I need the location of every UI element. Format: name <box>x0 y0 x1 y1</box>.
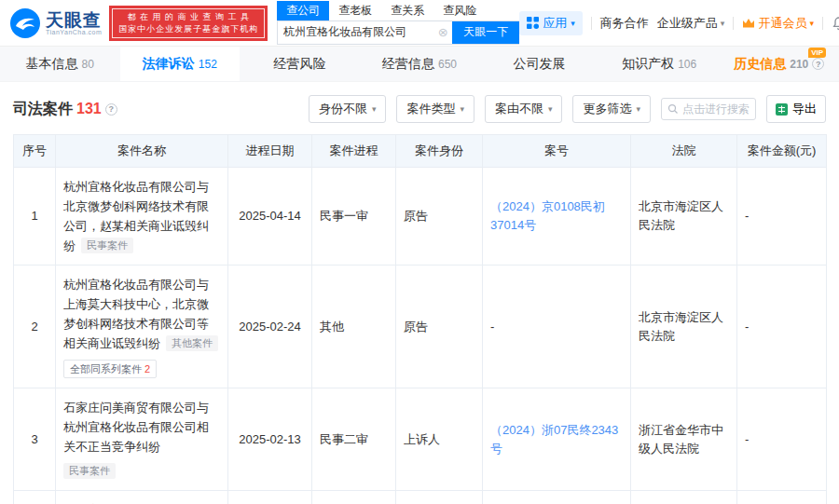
clear-icon[interactable]: ⊗ <box>433 21 452 44</box>
case-number-cell: - <box>483 491 631 504</box>
help-icon[interactable]: ? <box>812 58 824 70</box>
series-label: 全部同系列案件 <box>70 361 142 377</box>
case-tag: 民事案件 <box>81 238 133 253</box>
case-index: 2 <box>14 266 56 388</box>
tab-legal-cases[interactable]: 法律诉讼 152 <box>120 47 241 81</box>
caret-down-icon: ▾ <box>548 104 553 114</box>
biz-coop-link[interactable]: 商务合作 <box>600 15 649 32</box>
case-tag: 其他案件 <box>166 335 218 351</box>
tab-basic-info[interactable]: 基本信息 80 <box>0 47 120 81</box>
case-role: 原告 <box>396 266 483 388</box>
filter-label: 更多筛选 <box>583 101 631 117</box>
search-button[interactable]: 天眼一下 <box>452 21 519 44</box>
apps-menu[interactable]: 应用 ▾ <box>519 11 583 35</box>
crown-icon <box>742 18 755 29</box>
court: 北京市海淀区人民法院 <box>631 168 737 266</box>
series-badge[interactable]: 全部同系列案件2 <box>63 360 157 378</box>
tab-count: 106 <box>678 58 696 71</box>
case-progress: 民事一审 <box>312 168 396 266</box>
case-role: 原告 <box>396 168 483 266</box>
case-role: 原告 <box>396 491 483 504</box>
case-search-input[interactable] <box>682 102 750 116</box>
export-button[interactable]: 导出 <box>766 95 826 123</box>
case-amount: - <box>737 266 827 388</box>
company-tabbar: 基本信息 80 法律诉讼 152 经营风险 经营信息 650 公司发展 知识产权… <box>0 47 839 82</box>
section-title: 司法案件 131 ? <box>13 100 117 119</box>
filter-cause[interactable]: 案由不限 ▾ <box>485 95 563 123</box>
vip-label: 开通会员 <box>758 15 806 32</box>
case-amount: - <box>737 491 827 504</box>
filter-identity[interactable]: 身份不限 ▾ <box>309 95 387 123</box>
section-title-text: 司法案件 <box>13 100 73 119</box>
progress-date: 2024-12-06 <box>228 491 312 504</box>
tianyancha-logo-icon <box>9 7 41 39</box>
tab-label: 历史信息 <box>734 56 786 73</box>
tab-count: 80 <box>82 58 94 71</box>
search-tab-boss[interactable]: 查老板 <box>329 1 381 20</box>
brand-domain: TianYanCha.com <box>46 29 102 35</box>
tab-count: 152 <box>199 58 217 71</box>
col-header-caseno: 案号 <box>483 135 631 168</box>
filter-case-type[interactable]: 案件类型 ▾ <box>396 95 475 123</box>
caret-down-icon: ▾ <box>372 104 377 114</box>
col-header-role: 案件身份 <box>396 135 483 168</box>
case-index: 3 <box>14 388 56 491</box>
apps-label: 应用 <box>543 15 567 32</box>
tab-label: 公司发展 <box>514 56 566 73</box>
table-row: 3 石家庄问美商贸有限公司与杭州宜格化妆品有限公司相关不正当竞争纠纷 民事案件 … <box>14 388 827 491</box>
col-header-progress: 案件进程 <box>312 135 396 168</box>
case-number-link[interactable]: （2024）浙07民终2343号 <box>490 423 618 456</box>
court: 北京市海淀区人民法院 <box>631 266 737 388</box>
promo-banner: 都 在 用 的 商 业 查 询 工 具 国家中小企业发展子基金旗下机构 <box>109 6 268 41</box>
filter-more[interactable]: 更多筛选 ▾ <box>572 95 651 123</box>
tab-company-development[interactable]: 公司发展 <box>479 47 599 81</box>
court: 杭州互联网法院 <box>631 491 737 504</box>
tab-label: 知识产权 <box>622 56 674 73</box>
series-count: 2 <box>144 361 150 377</box>
case-amount: - <box>737 388 827 491</box>
case-name-cell: 杭州宜格化妆品有限公司与北京微梦创科网络技术有限公司，赵某相关商业诋毁纠纷民事案… <box>56 168 228 266</box>
tab-label: 经营信息 <box>382 56 434 73</box>
case-number-link[interactable]: （2024）京0108民初37014号 <box>490 199 605 232</box>
tab-operation-risk[interactable]: 经营风险 <box>240 47 360 81</box>
tab-intellectual-property[interactable]: 知识产权 106 <box>599 47 720 81</box>
apps-grid-icon <box>527 17 539 29</box>
tab-count: 650 <box>438 58 457 71</box>
col-header-name: 案件名称 <box>56 135 228 168</box>
case-number-cell: （2024）京0108民初37014号 <box>483 168 631 266</box>
tab-operation-info[interactable]: 经营信息 650 <box>360 47 480 81</box>
banner-line1: 都 在 用 的 商 业 查 询 工 具 <box>118 11 258 23</box>
case-name-cell: 杭州宜格化妆品有限公司与程某相关名誉权纠纷其他案件 <box>56 491 228 504</box>
search-tab-company[interactable]: 查公司 <box>277 1 329 20</box>
table-row: 4 杭州宜格化妆品有限公司与程某相关名誉权纠纷其他案件 2024-12-06 其… <box>14 491 827 504</box>
divider <box>733 17 734 30</box>
export-label: 导出 <box>792 101 817 117</box>
case-name-cell: 杭州宜格化妆品有限公司与上海莫大科技中心，北京微梦创科网络技术有限公司等相关商业… <box>56 266 228 388</box>
section-header-row: 司法案件 131 ? 身份不限 ▾ 案件类型 ▾ 案由不限 ▾ 更多筛选 ▾ <box>0 95 839 123</box>
tab-label: 经营风险 <box>273 56 325 73</box>
case-index: 1 <box>14 168 56 266</box>
enterprise-menu[interactable]: 企业级产品 ▾ <box>657 15 725 32</box>
vip-upgrade-menu[interactable]: 开通会员 ▾ <box>742 15 814 32</box>
help-icon[interactable]: ? <box>105 103 117 116</box>
search-input[interactable] <box>278 21 433 44</box>
col-header-date: 进程日期 <box>228 135 312 168</box>
caret-down-icon: ▾ <box>721 19 725 28</box>
tab-count: 210 <box>790 58 808 71</box>
search-tab-relation[interactable]: 查关系 <box>381 1 433 20</box>
tab-history-info[interactable]: VIP 历史信息 210 ? <box>719 47 839 81</box>
section-count: 131 <box>76 101 102 117</box>
notifications-button[interactable] <box>832 16 839 31</box>
search-icon <box>667 103 679 115</box>
case-name-cell: 石家庄问美商贸有限公司与杭州宜格化妆品有限公司相关不正当竞争纠纷 民事案件 <box>56 388 228 491</box>
tianyancha-logo[interactable]: 天眼查 TianYanCha.com <box>9 7 102 39</box>
progress-date: 2025-02-13 <box>228 388 312 491</box>
court: 浙江省金华市中级人民法院 <box>631 388 737 491</box>
top-bar: 天眼查 TianYanCha.com 都 在 用 的 商 业 查 询 工 具 国… <box>0 0 839 47</box>
search-tab-risk[interactable]: 查风险 <box>433 1 486 20</box>
case-index: 4 <box>14 491 56 504</box>
col-header-amount: 案件金额(元) <box>737 135 827 168</box>
case-number-cell: - <box>483 266 631 388</box>
header-search: 查公司 查老板 查关系 查风险 ⊗ 天眼一下 <box>277 2 519 45</box>
top-menu: 应用 ▾ 商务合作 企业级产品 ▾ 开通会员 ▾ 肖青羽 ▾ <box>519 11 839 35</box>
